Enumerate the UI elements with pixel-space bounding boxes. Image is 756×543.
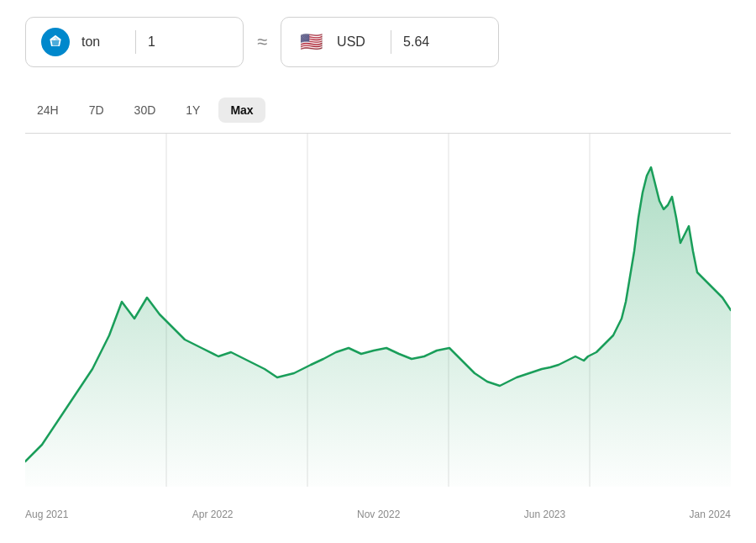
ton-icon (41, 28, 70, 56)
x-label-5: Jan 2024 (690, 509, 731, 520)
to-currency-value[interactable]: 5.64 (403, 34, 429, 50)
from-currency-value[interactable]: 1 (148, 34, 155, 50)
time-range-tabs: 24H 7D 30D 1Y Max (25, 98, 731, 123)
from-currency-label: ton (81, 34, 123, 50)
x-label-2: Apr 2022 (192, 509, 234, 520)
converter-row: ton 1 ≈ 🇺🇸 USD 5.64 (25, 17, 731, 67)
tab-max[interactable]: Max (218, 98, 265, 123)
x-axis-labels: Aug 2021 Apr 2022 Nov 2022 Jun 2023 Jan … (25, 503, 731, 520)
tab-24h[interactable]: 24H (25, 98, 71, 123)
x-label-1: Aug 2021 (25, 509, 68, 520)
from-currency-box[interactable]: ton 1 (25, 17, 244, 67)
tab-30d[interactable]: 30D (123, 98, 168, 123)
price-chart: Aug 2021 Apr 2022 Nov 2022 Jun 2023 Jan … (25, 134, 731, 520)
x-label-4: Jun 2023 (524, 509, 565, 520)
tab-7d[interactable]: 7D (77, 98, 116, 123)
to-currency-label: USD (337, 34, 379, 50)
vertical-divider (135, 30, 136, 54)
to-currency-box[interactable]: 🇺🇸 USD 5.64 (281, 17, 499, 67)
usd-flag-icon: 🇺🇸 (297, 28, 325, 56)
vertical-divider-2 (391, 30, 391, 54)
tab-1y[interactable]: 1Y (174, 98, 212, 123)
chart-svg (25, 134, 731, 503)
approx-sign: ≈ (257, 31, 267, 53)
x-label-3: Nov 2022 (357, 509, 400, 520)
